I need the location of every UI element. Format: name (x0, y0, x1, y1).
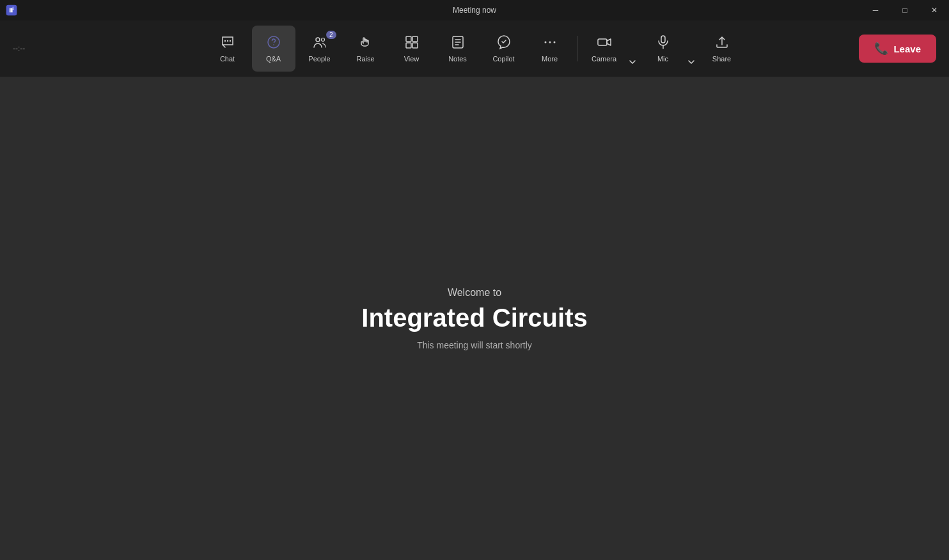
svg-point-4 (229, 40, 230, 42)
title-bar-title: Meeting now (453, 6, 496, 15)
camera-label: Camera (592, 55, 616, 63)
qna-icon (266, 35, 281, 52)
svg-rect-18 (661, 36, 665, 43)
more-button[interactable]: More (528, 26, 572, 72)
svg-rect-11 (406, 43, 411, 48)
camera-icon (597, 35, 612, 52)
camera-dropdown-arrow[interactable] (626, 26, 639, 72)
copilot-icon (496, 35, 512, 52)
mic-button[interactable]: Mic (641, 26, 685, 72)
title-bar-left (5, 4, 18, 17)
mic-button-group: Mic (641, 26, 698, 72)
view-button[interactable]: View (390, 26, 434, 72)
svg-point-3 (226, 40, 228, 42)
mic-icon (655, 35, 671, 52)
minimize-button[interactable]: ─ (861, 0, 890, 20)
svg-point-16 (553, 42, 555, 43)
toolbar-center: Chat Q&A (206, 26, 744, 72)
notes-button[interactable]: Notes (436, 26, 480, 72)
teams-logo (5, 4, 18, 17)
raise-label: Raise (356, 55, 374, 63)
chat-icon (220, 35, 235, 52)
meeting-name: Integrated Circuits (361, 304, 587, 332)
people-badge: 2 (326, 31, 336, 39)
copilot-label: Copilot (492, 55, 514, 63)
view-label: View (404, 55, 420, 63)
raise-button[interactable]: Raise (344, 26, 388, 72)
svg-point-6 (273, 44, 274, 45)
close-button[interactable]: ✕ (920, 0, 949, 20)
toolbar-divider (577, 36, 577, 61)
camera-button-group: Camera (583, 26, 639, 72)
camera-button[interactable]: Camera (583, 26, 626, 72)
notes-label: Notes (448, 55, 467, 63)
leave-button[interactable]: 📞 Leave (859, 35, 936, 63)
svg-rect-12 (412, 43, 418, 48)
svg-rect-17 (598, 39, 607, 45)
people-icon (312, 35, 327, 52)
qna-label: Q&A (266, 55, 281, 63)
title-bar: Meeting now ─ □ ✕ (0, 0, 949, 20)
more-label: More (542, 55, 558, 63)
svg-rect-9 (406, 36, 411, 42)
mic-dropdown-arrow[interactable] (685, 26, 698, 72)
svg-point-1 (12, 6, 14, 8)
notes-icon (450, 35, 466, 52)
svg-point-14 (544, 42, 546, 43)
people-label: People (308, 55, 330, 63)
phone-icon: 📞 (874, 42, 888, 56)
share-label: Share (712, 55, 731, 63)
leave-label: Leave (893, 43, 921, 54)
people-button-wrapper: People 2 (298, 26, 341, 72)
copilot-button[interactable]: Copilot (482, 26, 526, 72)
qna-button[interactable]: Q&A (252, 26, 295, 72)
welcome-text: Welcome to (448, 287, 501, 299)
time-display: --:-- (13, 44, 25, 53)
meeting-status: This meeting will start shortly (417, 340, 532, 350)
view-icon (404, 35, 420, 52)
share-icon (714, 35, 730, 52)
chat-label: Chat (220, 55, 235, 63)
share-button[interactable]: Share (700, 26, 744, 72)
chat-button[interactable]: Chat (206, 26, 249, 72)
toolbar-right: 📞 Leave (859, 35, 936, 63)
title-bar-controls: ─ □ ✕ (861, 0, 949, 20)
svg-point-8 (321, 38, 324, 42)
svg-point-2 (224, 40, 225, 42)
raise-icon (358, 35, 373, 52)
svg-rect-10 (412, 36, 418, 42)
svg-point-7 (316, 38, 320, 42)
toolbar: --:-- Chat (0, 20, 949, 77)
more-icon (542, 35, 558, 52)
maximize-button[interactable]: □ (890, 0, 920, 20)
mic-label: Mic (657, 55, 668, 63)
svg-point-15 (549, 42, 551, 43)
main-content: Welcome to Integrated Circuits This meet… (0, 77, 949, 560)
